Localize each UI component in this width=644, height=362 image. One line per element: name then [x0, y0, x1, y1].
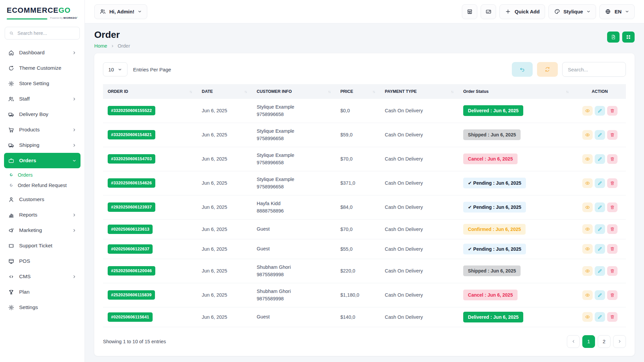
sidebar-item-pos[interactable]: POS — [4, 253, 80, 269]
sidebar-item-customers[interactable]: Customers — [4, 192, 80, 207]
sidebar-item-store-setting[interactable]: Store Setting — [4, 76, 80, 91]
view-order-button[interactable] — [582, 244, 593, 254]
order-date: Jun 6, 2025 — [197, 171, 252, 195]
sidebar-item-support-ticket[interactable]: Support Ticket — [4, 238, 80, 253]
entries-per-page-select[interactable]: 10 — [103, 62, 127, 76]
quick-add-button[interactable]: Quick Add — [499, 4, 545, 19]
edit-order-button[interactable] — [595, 130, 605, 140]
view-order-button[interactable] — [582, 154, 593, 164]
mail-button[interactable] — [481, 4, 496, 19]
delete-order-button[interactable] — [607, 106, 618, 116]
undo-button[interactable] — [512, 62, 533, 77]
sort-icon[interactable]: ↑↓ — [566, 89, 569, 94]
user-menu-button[interactable]: Hi, Admin! — [94, 4, 147, 19]
order-id-badge[interactable]: #3320250606154821 — [108, 130, 155, 139]
order-id-badge[interactable]: #3320250606155522 — [108, 106, 155, 115]
delete-order-button[interactable] — [607, 178, 618, 188]
pagination-page-2[interactable]: 2 — [598, 335, 610, 348]
delete-order-button[interactable] — [607, 290, 618, 300]
view-order-button[interactable] — [582, 202, 593, 212]
breadcrumb-home-link[interactable]: Home — [94, 43, 107, 49]
delete-order-button[interactable] — [607, 244, 618, 254]
view-order-button[interactable] — [582, 130, 593, 140]
pencil-icon — [597, 132, 602, 137]
view-order-button[interactable] — [582, 290, 593, 300]
order-id-badge[interactable]: #020250606122637 — [108, 244, 153, 254]
sidebar-item-delivery-boy[interactable]: Delivery Boy — [4, 107, 80, 122]
sidebar-item-cms[interactable]: CMS — [4, 269, 80, 284]
sidebar-item-plan[interactable]: Plan — [4, 284, 80, 300]
delete-order-button[interactable] — [607, 224, 618, 234]
order-date: Jun 6, 2025 — [197, 259, 252, 283]
column-header-order-id[interactable]: ORDER ID↑↓ — [103, 84, 197, 99]
sidebar-item-shipping[interactable]: Shipping — [4, 137, 80, 153]
edit-order-button[interactable] — [595, 290, 605, 300]
edit-order-button[interactable] — [595, 178, 605, 188]
view-order-button[interactable] — [582, 312, 593, 322]
customer-info: Shubham Ghori9875589998 — [252, 259, 335, 283]
delete-order-button[interactable] — [607, 154, 618, 164]
sidebar-subitem-order-refund-request[interactable]: Order Refund Request — [4, 180, 80, 190]
refresh-button[interactable] — [537, 62, 558, 77]
sidebar-item-theme-customize[interactable]: Theme Customize — [4, 60, 80, 76]
view-order-button[interactable] — [582, 106, 593, 116]
delete-order-button[interactable] — [607, 202, 618, 212]
pagination-prev-button[interactable] — [567, 335, 580, 348]
column-header-customer-info[interactable]: CUSTOMER INFO↑↓ — [252, 84, 335, 99]
edit-order-button[interactable] — [595, 106, 605, 116]
sidebar-item-marketing[interactable]: Marketing — [4, 223, 80, 238]
sidebar-search-input[interactable] — [17, 30, 75, 36]
pagination-next-button[interactable] — [613, 335, 626, 348]
sort-icon[interactable]: ↑↓ — [328, 89, 331, 94]
order-id-badge[interactable]: #3320250606154703 — [108, 154, 155, 164]
order-id-badge[interactable]: #2520250606120046 — [108, 266, 155, 276]
sidebar-item-staff[interactable]: Staff — [4, 91, 80, 107]
sidebar-item-dashboard[interactable]: Dashboard — [4, 45, 80, 60]
order-id-badge[interactable]: #2920250606123937 — [108, 202, 155, 212]
column-header-date[interactable]: DATE↑↓ — [197, 84, 252, 99]
sidebar-item-reports[interactable]: Reports — [4, 207, 80, 223]
column-header-label: Order Status — [463, 89, 489, 94]
edit-order-button[interactable] — [595, 244, 605, 254]
column-header-payment-type[interactable]: PAYMENT TYPE↑↓ — [380, 84, 459, 99]
sort-icon[interactable]: ↑↓ — [190, 89, 193, 94]
theme-selector-button[interactable]: Stylique — [548, 4, 596, 19]
sidebar-search — [5, 27, 80, 40]
view-order-button[interactable] — [582, 178, 593, 188]
delete-order-button[interactable] — [607, 312, 618, 322]
export-button[interactable] — [607, 32, 620, 43]
edit-order-button[interactable] — [595, 154, 605, 164]
storefront-button[interactable] — [462, 4, 477, 19]
customer-phone: 9758996658 — [257, 111, 331, 118]
delete-order-button[interactable] — [607, 130, 618, 140]
view-order-button[interactable] — [582, 224, 593, 234]
order-id-badge[interactable]: #3320250606154626 — [108, 178, 155, 188]
edit-order-button[interactable] — [595, 224, 605, 234]
brand-logo[interactable]: ECOMMERCEGO Powered By WORKDO° — [0, 5, 85, 22]
pagination-page-1[interactable]: 1 — [582, 335, 595, 348]
sort-icon[interactable]: ↑↓ — [451, 89, 454, 94]
delete-order-button[interactable] — [607, 266, 618, 276]
sort-icon[interactable]: ↑↓ — [372, 89, 375, 94]
order-id-badge[interactable]: #020250606115641 — [108, 312, 153, 322]
edit-order-button[interactable] — [595, 312, 605, 322]
edit-order-button[interactable] — [595, 202, 605, 212]
sort-icon[interactable]: ↑↓ — [244, 89, 247, 94]
entries-per-page-label: Entries Per Page — [133, 67, 171, 72]
order-id-badge[interactable]: #020250606123613 — [108, 225, 153, 234]
sidebar-item-products[interactable]: Products — [4, 122, 80, 137]
eye-icon — [585, 293, 590, 298]
plan-icon — [8, 289, 14, 295]
column-header-order-status[interactable]: Order Status↑↓ — [459, 84, 574, 99]
order-price: $84,0 — [336, 195, 380, 219]
table-search-input[interactable] — [562, 62, 626, 77]
language-selector-button[interactable]: EN — [599, 4, 635, 19]
sidebar-item-orders[interactable]: Orders — [4, 153, 80, 168]
sidebar-subitem-orders[interactable]: Orders — [4, 170, 80, 180]
view-order-button[interactable] — [582, 266, 593, 276]
sidebar-item-settings[interactable]: Settings — [4, 300, 80, 315]
grid-view-button[interactable] — [622, 32, 635, 43]
order-id-badge[interactable]: #2520250606115839 — [108, 290, 155, 300]
edit-order-button[interactable] — [595, 266, 605, 276]
column-header-price[interactable]: PRICE↑↓ — [336, 84, 380, 99]
